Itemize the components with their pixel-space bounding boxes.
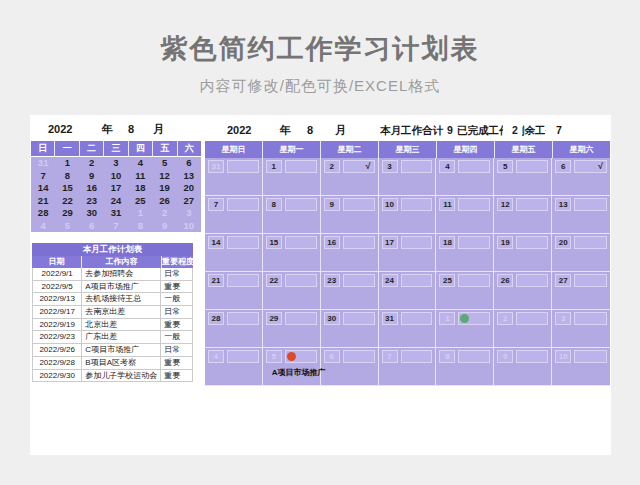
mini-day-cell[interactable]: 31 [31,157,55,170]
mini-day-cell[interactable]: 5 [152,157,176,170]
summary-total-label: 本月工作合计 [380,122,443,138]
mini-day-cell[interactable]: 18 [128,182,152,195]
calendar-day-cell[interactable]: 1 [436,310,494,348]
calendar-day-cell[interactable]: 8 [263,196,321,234]
calendar-day-cell[interactable]: 31 [205,158,263,196]
mini-day-cell[interactable]: 29 [55,207,79,220]
calendar-day-cell[interactable]: 27 [552,272,610,310]
mini-day-cell[interactable]: 28 [31,207,55,220]
mini-day-cell[interactable]: 1 [128,207,152,220]
calendar-day-cell[interactable]: 2√ [321,158,379,196]
calendar-day-cell[interactable]: 7 [379,348,437,386]
mini-day-cell[interactable]: 5 [55,220,79,233]
mini-day-cell[interactable]: 14 [31,182,55,195]
calendar-day-cell[interactable]: 16 [321,234,379,272]
calendar-day-cell[interactable]: 15 [263,234,321,272]
mini-day-cell[interactable]: 6 [80,220,104,233]
plan-cell-date: 2022/9/19 [33,319,82,331]
mini-day-cell[interactable]: 4 [128,157,152,170]
mini-day-cell[interactable]: 20 [177,182,201,195]
calendar-day-cell[interactable]: 30 [321,310,379,348]
calendar-day-cell[interactable]: 12 [494,196,552,234]
calendar-day-cell[interactable]: 6√ [552,158,610,196]
plan-table-row[interactable]: 2022/9/5A项目市场推广重要 [33,281,192,294]
calendar-day-cell[interactable]: 21 [205,272,263,310]
mini-day-cell[interactable]: 10 [177,220,201,233]
plan-table-row[interactable]: 2022/9/30参加儿子学校运动会重要 [33,370,192,383]
mini-day-cell[interactable]: 7 [104,220,128,233]
calendar-day-cell[interactable]: 5A项目市场推广 [263,348,321,386]
mini-day-cell[interactable]: 11 [128,170,152,183]
calendar-day-cell[interactable]: 3 [379,158,437,196]
mini-day-cell[interactable]: 10 [104,170,128,183]
plan-table-row[interactable]: 2022/9/1去参加招聘会日常 [33,268,192,281]
mini-day-cell[interactable]: 26 [152,195,176,208]
calendar-day-cell[interactable]: 1 [263,158,321,196]
mini-day-cell[interactable]: 3 [177,207,201,220]
mini-day-cell[interactable]: 22 [55,195,79,208]
calendar-day-cell[interactable]: 18 [436,234,494,272]
calendar-day-cell[interactable]: 28 [205,310,263,348]
calendar-day-cell[interactable]: 23 [321,272,379,310]
calendar-day-cell[interactable]: 20 [552,234,610,272]
calendar-day-cell[interactable]: 26 [494,272,552,310]
calendar-day-cell[interactable]: 4 [436,158,494,196]
page-subtitle: 内容可修改/配色可换/EXCEL格式 [0,77,640,96]
mini-day-cell[interactable]: 25 [128,195,152,208]
calendar-day-cell[interactable]: 9 [494,348,552,386]
calendar-day-cell[interactable]: 6 [321,348,379,386]
mini-day-cell[interactable]: 9 [80,170,104,183]
mini-day-cell[interactable]: 27 [177,195,201,208]
calendar-day-cell[interactable]: 13 [552,196,610,234]
mini-day-cell[interactable]: 12 [152,170,176,183]
mini-day-cell[interactable]: 21 [31,195,55,208]
plan-table-row[interactable]: 2022/9/13去机场接待王总一般 [33,293,192,306]
calendar-day-cell[interactable]: 10 [552,348,610,386]
mini-day-cell[interactable]: 24 [104,195,128,208]
mini-day-cell[interactable]: 2 [80,157,104,170]
calendar-day-cell[interactable]: 11 [436,196,494,234]
plan-table-row[interactable]: 2022/9/26C项目市场推广日常 [33,344,192,357]
mini-day-cell[interactable]: 6 [177,157,201,170]
mini-day-cell[interactable]: 4 [31,220,55,233]
calendar-day-cell[interactable]: 25 [436,272,494,310]
calendar-day-cell[interactable]: 24 [379,272,437,310]
calendar-day-cell[interactable]: 8 [436,348,494,386]
calendar-day-cell[interactable]: 19 [494,234,552,272]
mini-day-cell[interactable]: 8 [128,220,152,233]
calendar-day-cell[interactable]: 9 [321,196,379,234]
mini-day-cell[interactable]: 30 [80,207,104,220]
calendar-day-cell[interactable]: 14 [205,234,263,272]
calendar-day-cell[interactable]: 10 [379,196,437,234]
mini-day-cell[interactable]: 2 [152,207,176,220]
mini-day-cell[interactable]: 16 [80,182,104,195]
mini-day-cell[interactable]: 15 [55,182,79,195]
calendar-day-cell[interactable]: 5 [494,158,552,196]
mini-day-cell[interactable]: 3 [104,157,128,170]
mini-day-cell[interactable]: 9 [152,220,176,233]
mini-day-cell[interactable]: 17 [104,182,128,195]
mini-day-cell[interactable]: 19 [152,182,176,195]
day-number: 22 [266,274,282,287]
plan-table-row[interactable]: 2022/9/23广东出差一般 [33,331,192,344]
mini-day-cell[interactable]: 13 [177,170,201,183]
calendar-day-cell[interactable]: 17 [379,234,437,272]
mini-day-cell[interactable]: 7 [31,170,55,183]
mini-day-cell[interactable]: 1 [55,157,79,170]
main-calendar-weekday-row: 星期日星期一星期二星期三星期四星期五星期六 [205,141,610,158]
plan-table-row[interactable]: 2022/9/17去南京出差日常 [33,306,192,319]
plan-table-row[interactable]: 2022/9/28B项目A区考察重要 [33,357,192,370]
calendar-day-cell[interactable]: 7 [205,196,263,234]
calendar-day-cell[interactable]: 2 [494,310,552,348]
day-note-box [458,198,490,211]
mini-day-cell[interactable]: 8 [55,170,79,183]
calendar-day-cell[interactable]: 31 [379,310,437,348]
calendar-day-cell[interactable]: 3 [552,310,610,348]
calendar-day-cell[interactable]: 22 [263,272,321,310]
mini-day-cell[interactable]: 23 [80,195,104,208]
plan-cell-level: 重要 [161,319,192,331]
plan-table-row[interactable]: 2022/9/19北京出差重要 [33,319,192,332]
mini-day-cell[interactable]: 31 [104,207,128,220]
calendar-day-cell[interactable]: 4 [205,348,263,386]
calendar-day-cell[interactable]: 29 [263,310,321,348]
